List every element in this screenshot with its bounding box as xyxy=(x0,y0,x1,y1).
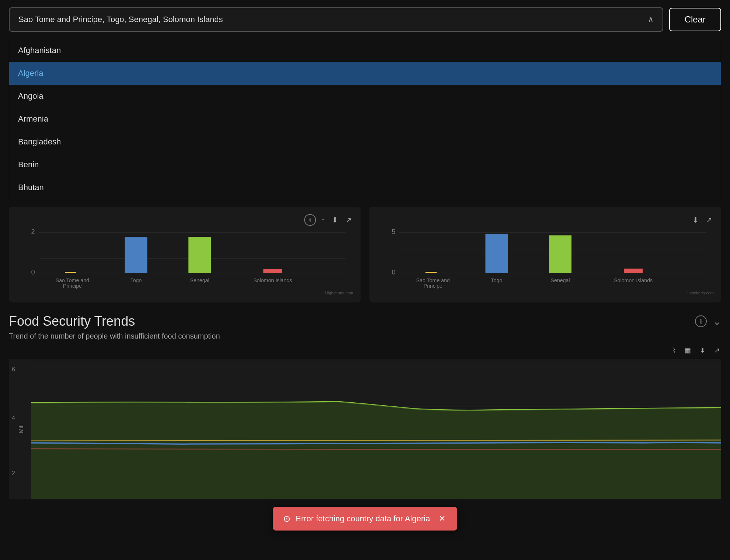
trends-section-icons: ℹ ⌄ xyxy=(695,315,721,328)
country-select-wrapper: Sao Tome and Principe, Togo, Senegal, So… xyxy=(9,7,663,32)
dropdown-item-bhutan[interactable]: Bhutan xyxy=(9,176,721,199)
trend-expand-icon[interactable]: ↗ xyxy=(713,345,721,356)
svg-rect-8 xyxy=(263,269,282,273)
country-dropdown: Afghanistan Algeria Angola Armenia Bangl… xyxy=(9,39,721,199)
svg-text:Senegal: Senegal xyxy=(551,277,570,283)
svg-text:Senegal: Senegal xyxy=(190,277,209,283)
left-bar-chart: 2 0 Sao Tome and Principe Togo Senegal xyxy=(16,229,353,295)
left-chart-svg: 2 0 Sao Tome and Principe Togo Senegal xyxy=(16,229,353,288)
dropdown-item-angola[interactable]: Angola xyxy=(9,85,721,108)
svg-rect-22 xyxy=(624,269,643,273)
svg-rect-7 xyxy=(188,237,211,273)
trends-section: Food Security Trends ℹ ⌄ Trend of the nu… xyxy=(9,314,721,499)
trend-line-chart: 6 4 2 Mill xyxy=(9,359,721,499)
trend-download-icon[interactable]: ⬇ xyxy=(698,345,707,356)
right-chart-card: ⬇ ↗ 5 0 xyxy=(369,207,721,302)
trends-section-header: Food Security Trends ℹ ⌄ xyxy=(9,314,721,329)
svg-text:2: 2 xyxy=(31,228,35,235)
svg-text:0: 0 xyxy=(392,269,396,276)
svg-text:Solomon Islands: Solomon Islands xyxy=(253,277,292,283)
trend-line-mode-icon[interactable]: ⌇ xyxy=(671,345,677,356)
right-chart-header: ⬇ ↗ xyxy=(377,214,714,226)
dropdown-item-bangladesh[interactable]: Bangladesh xyxy=(9,130,721,153)
svg-rect-5 xyxy=(65,272,76,273)
svg-rect-6 xyxy=(125,237,147,273)
right-bar-chart: 5 0 Sao Tome and Principe Togo Senegal xyxy=(377,229,714,295)
svg-text:Togo: Togo xyxy=(491,277,503,283)
left-chart-card: ℹ ⌄ ⬇ ↗ 2 0 xyxy=(9,207,361,302)
trend-bar-mode-icon[interactable]: ▦ xyxy=(683,345,692,356)
trend-chart-toolbar: ⌇ ▦ ⬇ ↗ xyxy=(9,345,721,356)
left-chart-header: ℹ ⌄ ⬇ ↗ xyxy=(16,214,353,226)
svg-text:Togo: Togo xyxy=(131,277,142,283)
toast-warning-icon: ⊙ xyxy=(283,514,291,524)
right-chart-svg: 5 0 Sao Tome and Principe Togo Senegal xyxy=(377,229,714,288)
dropdown-item-algeria[interactable]: Algeria xyxy=(9,62,721,85)
toast-close-button[interactable]: ✕ xyxy=(437,514,447,524)
right-chart-expand-icon[interactable]: ↗ xyxy=(705,214,714,226)
clear-button[interactable]: Clear xyxy=(669,8,721,31)
left-chart-download-icon[interactable]: ⬇ xyxy=(330,214,340,226)
svg-text:0: 0 xyxy=(31,269,35,276)
chevron-up-icon: ∧ xyxy=(648,15,654,24)
mill-label: Mill xyxy=(18,424,25,433)
left-chart-credit: Highcharts.com xyxy=(16,291,353,295)
svg-rect-20 xyxy=(486,234,508,273)
top-bar: Sao Tome and Principe, Togo, Senegal, So… xyxy=(0,0,730,39)
svg-text:Principe: Principe xyxy=(63,283,82,289)
svg-text:Sao Tome and: Sao Tome and xyxy=(56,277,89,283)
svg-text:Principe: Principe xyxy=(424,283,442,289)
left-chart-chevron-icon[interactable]: ⌄ xyxy=(320,214,326,226)
right-chart-credit: Highcharts.com xyxy=(377,291,714,295)
svg-text:5: 5 xyxy=(392,228,396,235)
dropdown-item-armenia[interactable]: Armenia xyxy=(9,108,721,130)
left-chart-expand-icon[interactable]: ↗ xyxy=(344,214,353,226)
trends-chevron-icon[interactable]: ⌄ xyxy=(713,315,721,328)
y-label-6: 6 xyxy=(12,366,15,373)
y-label-2: 2 xyxy=(12,470,15,477)
charts-row: ℹ ⌄ ⬇ ↗ 2 0 xyxy=(9,207,721,302)
left-chart-info-icon[interactable]: ℹ xyxy=(304,214,316,226)
dropdown-item-afghanistan[interactable]: Afghanistan xyxy=(9,39,721,62)
trends-title: Food Security Trends xyxy=(9,314,135,329)
y-label-4: 4 xyxy=(12,415,15,421)
info-symbol: ℹ xyxy=(309,217,311,224)
charts-section: ℹ ⌄ ⬇ ↗ 2 0 xyxy=(9,207,721,302)
svg-rect-19 xyxy=(425,272,437,273)
right-chart-download-icon[interactable]: ⬇ xyxy=(691,214,700,226)
trends-subtitle: Trend of the number of people with insuf… xyxy=(9,332,721,340)
svg-text:Sao Tome and: Sao Tome and xyxy=(416,277,450,283)
trends-info-icon[interactable]: ℹ xyxy=(695,315,707,327)
trend-chart-svg xyxy=(31,359,721,499)
dropdown-item-benin[interactable]: Benin xyxy=(9,153,721,176)
selected-countries-label: Sao Tome and Principe, Togo, Senegal, So… xyxy=(18,15,223,24)
toast-message: Error fetching country data for Algeria xyxy=(296,514,430,524)
country-select-input[interactable]: Sao Tome and Principe, Togo, Senegal, So… xyxy=(9,7,663,32)
svg-text:Solomon Islands: Solomon Islands xyxy=(614,277,653,283)
svg-rect-21 xyxy=(549,235,571,273)
error-toast: ⊙ Error fetching country data for Algeri… xyxy=(273,507,457,531)
